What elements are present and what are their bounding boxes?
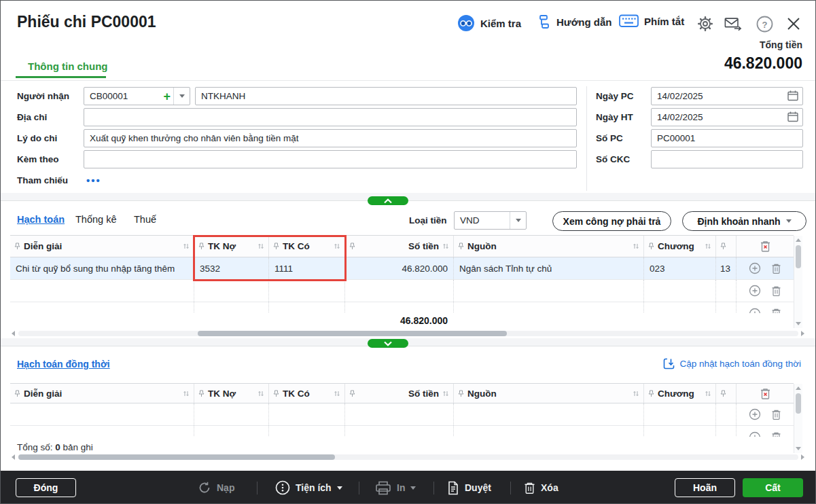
add-row-icon[interactable] <box>749 431 761 437</box>
attachment-field[interactable] <box>84 150 577 168</box>
voucher-no-field[interactable] <box>651 129 803 147</box>
feedback-button[interactable] <box>724 15 742 33</box>
pin-icon[interactable] <box>720 242 726 250</box>
ckc-no-field[interactable] <box>651 150 803 168</box>
sort-icon[interactable] <box>183 390 190 397</box>
col-tk-no[interactable]: TK Nợ <box>194 236 269 257</box>
add-row-icon[interactable] <box>749 308 761 314</box>
guide-button[interactable]: Hướng dẫn <box>536 14 612 29</box>
col-nguon[interactable]: Nguồn <box>454 384 644 403</box>
pin-icon[interactable] <box>648 242 654 250</box>
cell-tk-no[interactable]: 3532 <box>194 257 269 279</box>
pin-icon[interactable] <box>14 390 20 397</box>
sort-icon[interactable] <box>442 390 449 397</box>
currency-dropdown-button[interactable] <box>510 212 526 229</box>
scroll-right-arrow[interactable] <box>801 454 804 460</box>
simultaneous-accounting-link[interactable]: Hạch toán đồng thời <box>17 359 110 370</box>
tab-general-info[interactable]: Thông tin chung <box>28 60 107 72</box>
scroll-left-arrow[interactable] <box>12 454 15 460</box>
col-chuong[interactable]: Chương <box>644 384 716 403</box>
tab-statistics[interactable]: Thống kê <box>75 214 116 225</box>
delete-row-icon[interactable] <box>771 285 781 297</box>
postpone-button[interactable]: Hoãn <box>675 478 735 497</box>
cell-so-tien[interactable]: 46.820.000 <box>345 257 454 279</box>
close-button[interactable] <box>785 15 802 33</box>
sort-icon[interactable] <box>334 390 340 397</box>
pin-icon[interactable] <box>349 242 355 250</box>
posting-date-field[interactable] <box>651 108 803 126</box>
quick-entry-button[interactable]: Định khoản nhanh <box>682 211 806 231</box>
reason-field[interactable] <box>84 129 577 147</box>
sort-icon[interactable] <box>258 390 264 397</box>
pin-icon[interactable] <box>198 390 205 397</box>
col-nguon[interactable]: Nguồn <box>454 236 644 257</box>
close-window-button[interactable]: Đóng <box>16 478 76 497</box>
col-dien-giai[interactable]: Diễn giải <box>10 236 194 257</box>
scroll-up-arrow[interactable] <box>796 238 801 242</box>
sort-icon[interactable] <box>633 390 639 397</box>
add-receiver-icon[interactable]: + <box>160 90 173 103</box>
sort-icon[interactable] <box>334 242 340 250</box>
cell-khoan[interactable]: 13 <box>716 257 737 279</box>
sort-icon[interactable] <box>258 242 264 250</box>
scroll-right-arrow[interactable] <box>801 331 804 336</box>
table2-vertical-scrollbar[interactable] <box>794 384 802 453</box>
cell-nguon[interactable]: Ngân sách Tỉnh tự chủ <box>454 257 644 279</box>
pin-icon[interactable] <box>273 390 279 397</box>
col-so-tien[interactable]: Số tiền <box>345 384 454 403</box>
col-khoan-truncated[interactable] <box>716 384 737 403</box>
print-button[interactable]: In <box>375 471 416 504</box>
table1-horizontal-scrollbar[interactable] <box>18 331 798 336</box>
check-button[interactable]: Kiểm tra <box>457 14 521 32</box>
col-tk-no[interactable]: TK Nợ <box>194 384 269 403</box>
approve-button[interactable]: Duyệt <box>447 471 491 504</box>
col-dien-giai[interactable]: Diễn giải <box>10 384 194 403</box>
update-simultaneous-accounting-button[interactable]: Cập nhật hạch toán đồng thời <box>662 357 802 370</box>
currency-select[interactable]: VND <box>454 211 527 230</box>
pin-icon[interactable] <box>458 242 464 250</box>
delete-all-icon[interactable] <box>760 387 771 400</box>
settings-button[interactable] <box>696 15 714 33</box>
cell-tk-co[interactable]: 1111 <box>269 257 345 279</box>
add-row-icon[interactable] <box>749 408 761 420</box>
delete-row-icon[interactable] <box>771 308 781 313</box>
delete-row-icon[interactable] <box>771 409 781 420</box>
receiver-name-field[interactable] <box>195 87 577 105</box>
sort-icon[interactable] <box>442 242 449 250</box>
voucher-date-field[interactable] <box>651 87 803 105</box>
add-row-icon[interactable] <box>749 262 761 274</box>
calendar-icon[interactable] <box>787 90 799 105</box>
view-payables-button[interactable]: Xem công nợ phải trả <box>552 211 671 231</box>
sort-icon[interactable] <box>633 242 639 250</box>
col-tk-co[interactable]: TK Có <box>269 236 345 257</box>
pin-icon[interactable] <box>648 390 654 397</box>
receiver-code-combo[interactable]: CB00001 + <box>84 87 190 105</box>
cell-dien-giai[interactable]: Chi từ quỹ bổ sung thu nhập tăng thêm <box>10 257 194 279</box>
receiver-code-value[interactable]: CB00001 <box>84 91 160 101</box>
reload-button[interactable]: Nạp <box>198 471 234 504</box>
reference-more-button[interactable]: ••• <box>86 175 101 186</box>
delete-button[interactable]: Xóa <box>524 471 558 504</box>
pin-icon[interactable] <box>273 242 279 250</box>
sort-icon[interactable] <box>705 242 711 250</box>
calendar-icon[interactable] <box>787 111 799 126</box>
scroll-down-arrow[interactable] <box>796 447 801 450</box>
col-chuong[interactable]: Chương <box>644 236 716 257</box>
add-row-icon[interactable] <box>749 285 761 297</box>
collapse-form-button[interactable] <box>368 196 408 205</box>
scroll-left-arrow[interactable] <box>12 331 15 336</box>
table2-horizontal-scrollbar[interactable] <box>18 454 798 460</box>
pin-icon[interactable] <box>349 390 355 397</box>
receiver-dropdown-button[interactable] <box>174 88 190 105</box>
sort-icon[interactable] <box>705 390 711 397</box>
save-button[interactable]: Cất <box>743 478 803 497</box>
collapse-table-button[interactable] <box>368 339 408 348</box>
address-field[interactable] <box>84 108 577 126</box>
scroll-down-arrow[interactable] <box>796 322 801 325</box>
sort-icon[interactable] <box>183 242 190 250</box>
col-khoan-truncated[interactable] <box>716 236 737 257</box>
delete-row-icon[interactable] <box>771 263 781 274</box>
pin-icon[interactable] <box>458 390 464 397</box>
utilities-button[interactable]: Tiện ích <box>275 471 342 504</box>
col-so-tien[interactable]: Số tiền <box>345 236 454 257</box>
